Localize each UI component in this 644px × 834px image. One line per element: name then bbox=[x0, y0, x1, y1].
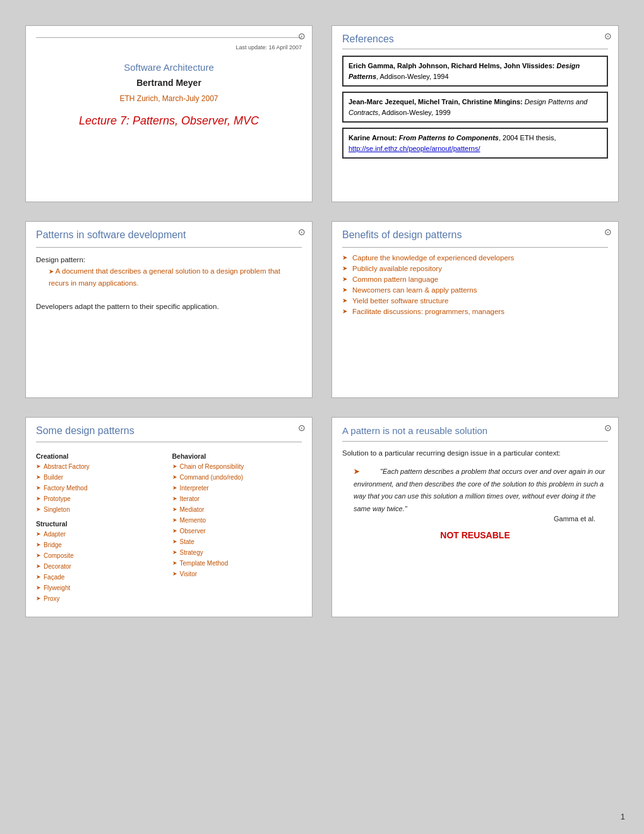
slide3-bullet-arrow: A document that describes a general solu… bbox=[49, 267, 280, 286]
slide6-quote-container: ➤ "Each pattern describes a problem that… bbox=[354, 465, 608, 514]
pattern-state: State bbox=[172, 536, 302, 547]
slide3-icon: ⊙ bbox=[298, 227, 306, 237]
pattern-observer: Observer bbox=[172, 526, 302, 536]
slide6-quote: "Each pattern describes a problem that o… bbox=[354, 468, 605, 512]
slide5-heading: Some design patterns bbox=[36, 425, 302, 437]
slide-6-not-reusable: ⊙ A pattern is not a reusable solution S… bbox=[331, 417, 619, 617]
slide1-icon: ⊙ bbox=[298, 31, 306, 41]
slide3-body2: Developers adapt the pattern to their sp… bbox=[36, 301, 302, 312]
benefit-item-1: Capture the knowledge of experienced dev… bbox=[342, 254, 608, 262]
benefit-item-5: Yield better software structure bbox=[342, 297, 608, 305]
pattern-strategy: Strategy bbox=[172, 547, 302, 558]
pattern-adapter: Adapter bbox=[36, 529, 166, 540]
pattern-flyweight: Flyweight bbox=[36, 583, 166, 593]
slide2-heading: References bbox=[342, 33, 608, 45]
slide-3-patterns-dev: ⊙ Patterns in software development Desig… bbox=[25, 221, 313, 398]
pattern-visitor: Visitor bbox=[172, 569, 302, 579]
slide3-body: Design pattern: A document that describe… bbox=[36, 254, 302, 312]
creational-column: Creational Abstract Factory Builder Fact… bbox=[36, 449, 166, 604]
benefit-item-4: Newcomers can learn & apply patterns bbox=[342, 286, 608, 294]
page-number: 1 bbox=[621, 812, 625, 821]
ref1-authors: Erich Gamma, Ralph Johnson, Richard Helm… bbox=[349, 62, 556, 70]
slide6-arrow: ➤ bbox=[354, 468, 361, 475]
pattern-singleton: Singleton bbox=[36, 504, 166, 515]
benefit-item-2: Publicly available repository bbox=[342, 265, 608, 272]
patterns-grid: Creational Abstract Factory Builder Fact… bbox=[36, 449, 302, 604]
slide3-heading: Patterns in software development bbox=[36, 229, 302, 241]
pattern-interpreter: Interpreter bbox=[172, 483, 302, 493]
ref3-title: From Patterns to Components bbox=[399, 134, 499, 142]
reference-2: Jean-Marc Jezequel, Michel Train, Christ… bbox=[342, 92, 608, 123]
slide6-attribution: Gamma et al. bbox=[342, 515, 595, 523]
slide4-heading: Benefits of design patterns bbox=[342, 229, 608, 241]
slide1-eth: ETH Zurich, March-July 2007 bbox=[36, 94, 302, 103]
ref2-rest: , Addison-Wesley, 1999 bbox=[378, 109, 451, 116]
reference-3: Karine Arnout: From Patterns to Componen… bbox=[342, 128, 608, 159]
pattern-facade: Façade bbox=[36, 572, 166, 583]
pattern-bridge: Bridge bbox=[36, 540, 166, 550]
reference-1: Erich Gamma, Ralph Johnson, Richard Helm… bbox=[342, 56, 608, 87]
pattern-builder: Builder bbox=[36, 472, 166, 483]
slide6-intro: Solution to a particular recurring desig… bbox=[342, 448, 608, 459]
pattern-decorator: Decorator bbox=[36, 561, 166, 572]
slide1-lastupdate: Last update: 16 April 2007 bbox=[36, 44, 302, 51]
slide3-bullet1: A document that describes a general solu… bbox=[49, 265, 302, 289]
ref3-rest: , 2004 ETH thesis, bbox=[499, 134, 556, 142]
pattern-memento: Memento bbox=[172, 515, 302, 526]
slide2-icon: ⊙ bbox=[604, 31, 612, 41]
slide1-lecture: Lecture 7: Patterns, Observer, MVC bbox=[36, 114, 302, 128]
pattern-template: Template Method bbox=[172, 558, 302, 569]
slide3-body1: Design pattern: bbox=[36, 254, 302, 265]
pattern-iterator: Iterator bbox=[172, 493, 302, 504]
behavioral-column: Behavioral Chain of Responsibility Comma… bbox=[172, 449, 302, 604]
pattern-prototype: Prototype bbox=[36, 493, 166, 504]
pattern-chain: Chain of Responsibility bbox=[172, 461, 302, 472]
pattern-proxy: Proxy bbox=[36, 593, 166, 604]
pattern-command: Command (undo/redo) bbox=[172, 472, 302, 483]
behavioral-label: Behavioral bbox=[172, 452, 302, 460]
not-reusable-label: NOT REUSABLE bbox=[342, 530, 608, 540]
slide-5-some-patterns: ⊙ Some design patterns Creational Abstra… bbox=[25, 417, 313, 617]
slide-4-benefits: ⊙ Benefits of design patterns Capture th… bbox=[331, 221, 619, 398]
ref3-link[interactable]: http://se.inf.ethz.ch/people/arnout/patt… bbox=[349, 145, 480, 152]
benefit-item-6: Facilitate discussions: programmers, man… bbox=[342, 308, 608, 315]
slide-2-references: ⊙ References Erich Gamma, Ralph Johnson,… bbox=[331, 25, 619, 202]
slide5-icon: ⊙ bbox=[298, 423, 306, 433]
pattern-abstract-factory: Abstract Factory bbox=[36, 461, 166, 472]
benefit-item-3: Common pattern language bbox=[342, 275, 608, 283]
slide1-author: Bertrand Meyer bbox=[36, 78, 302, 88]
slide1-title: Software Architecture bbox=[36, 62, 302, 73]
ref2-authors: Jean-Marc Jezequel, Michel Train, Christ… bbox=[349, 98, 525, 106]
pattern-composite: Composite bbox=[36, 550, 166, 561]
slide-1: ⊙ Last update: 16 April 2007 Software Ar… bbox=[25, 25, 313, 202]
slide6-heading: A pattern is not a reusable solution bbox=[342, 425, 608, 436]
creational-label: Creational bbox=[36, 452, 166, 460]
slide4-icon: ⊙ bbox=[604, 227, 612, 237]
benefits-list: Capture the knowledge of experienced dev… bbox=[342, 254, 608, 315]
ref3-author: Karine Arnout: bbox=[349, 134, 399, 142]
slide6-icon: ⊙ bbox=[604, 423, 612, 433]
structural-label: Structural bbox=[36, 520, 166, 528]
ref1-rest: , Addison-Wesley, 1994 bbox=[376, 73, 449, 80]
pattern-factory-method: Factory Method bbox=[36, 483, 166, 493]
pattern-mediator: Mediator bbox=[172, 504, 302, 515]
